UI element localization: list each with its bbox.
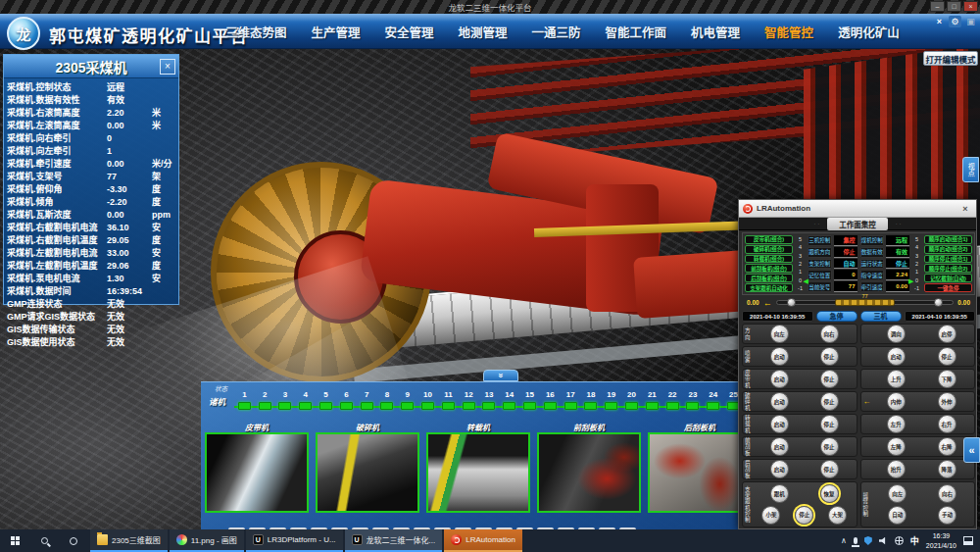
nav-menu-item[interactable]: 透明化矿山 [838,23,900,41]
taskbar-app[interactable]: LRAutomation [444,529,522,552]
taskbar-app[interactable]: LR3DPlatform - U... [246,529,343,552]
round-control-button[interactable]: 跟机 [770,484,789,503]
minimize-button[interactable]: – [930,1,945,12]
round-control-button[interactable]: 上升 [887,370,906,388]
camera-feed[interactable]: 皮带机 [205,422,309,516]
panel-collapse-handle[interactable]: « [963,437,980,463]
camera-thumbnail[interactable] [426,432,530,513]
camera-feed[interactable]: 后刮板机 [648,422,742,516]
round-control-button[interactable]: 下降 [938,370,956,388]
round-control-button[interactable]: 手动 [938,506,956,525]
nav-menu-item[interactable]: 智能管控 [764,23,813,41]
camera-feed[interactable]: 破碎机 [316,422,419,516]
tools-icon[interactable]: × [933,16,946,27]
round-control-button[interactable]: 内伸 [887,392,906,411]
position-slider[interactable]: 77 [776,300,955,305]
blue-button-left[interactable]: 急停 [816,311,858,322]
round-control-button[interactable]: 停止 [820,415,839,433]
camera-thumbnail[interactable] [316,432,419,513]
round-control-button[interactable]: 停止 [795,506,813,525]
camera-feed[interactable]: 前刮板机 [537,422,641,516]
round-control-button[interactable]: 启动 [770,347,789,366]
round-control-button[interactable]: 大架 [828,506,847,525]
round-control-button[interactable]: 停止 [820,370,839,388]
round-control-button[interactable]: 抬升 [887,460,906,478]
ime-indicator[interactable]: 中 [910,534,919,547]
round-control-button[interactable]: 外伸 [938,392,956,411]
tab-workface-control[interactable]: 工作面集控 [827,218,888,230]
slider-knob-left[interactable] [787,298,796,307]
emergency-stop-button[interactable]: 一键急停 [924,283,972,292]
round-control-button[interactable]: 启动 [770,437,789,456]
combo-button[interactable]: 转载机(组合) [745,255,793,264]
sequence-button[interactable]: 顺序停止(组合2) [924,264,972,273]
nav-menu-item[interactable]: 三维态势图 [225,23,287,41]
round-control-button[interactable]: 小架 [761,506,780,525]
sequence-button[interactable]: 记忆截割(自动) [924,274,972,282]
round-control-button[interactable]: 启动 [770,392,789,411]
task-view-button[interactable] [59,529,88,552]
round-control-button[interactable]: 停止 [820,347,839,366]
clock[interactable]: 16:39 2021/4/10 [926,531,956,549]
network-icon[interactable] [895,536,904,545]
start-button[interactable] [0,529,29,552]
round-control-button[interactable]: 自动 [888,506,906,525]
nav-menu-item[interactable]: 生产管理 [312,23,361,41]
round-control-button[interactable]: 向左 [888,484,906,503]
round-control-button[interactable]: 调向 [887,325,906,343]
search-button[interactable] [29,529,59,552]
combo-button[interactable]: 破碎机(组合) [745,245,793,254]
blue-button-right[interactable]: 三机 [860,311,902,322]
nav-menu-item[interactable]: 机电管理 [691,23,740,41]
combo-button[interactable]: 皮带机(组合) [745,235,793,244]
viewpoint-tab[interactable]: 视点 [962,157,979,182]
combo-button[interactable]: 前刮板机(组合) [745,264,793,273]
taskbar-app[interactable]: 11.png - 画图 [170,529,244,552]
round-control-button[interactable]: 恢复 [820,484,839,503]
tray-expand-icon[interactable]: ∧ [841,536,847,545]
chevron-down-icon[interactable]: » [483,370,518,381]
round-control-button[interactable]: 停止 [938,347,956,366]
round-control-button[interactable]: 停止 [820,437,839,456]
camera-thumbnail[interactable] [648,432,742,513]
round-control-button[interactable]: 启停 [938,325,956,343]
round-control-button[interactable]: 左降 [887,437,906,456]
round-control-button[interactable]: 启动 [770,415,789,433]
security-shield-icon[interactable] [864,536,872,545]
round-control-button[interactable]: 左升 [887,415,906,433]
notification-icon[interactable] [963,536,973,545]
open-edit-mode-button[interactable]: 打开编辑模式 [923,51,978,66]
taskbar-app[interactable]: 龙软二三维一体化... [345,529,443,552]
speaker-icon[interactable] [879,536,888,545]
nav-menu-item[interactable]: 地测管理 [459,23,508,41]
close-button[interactable]: × [963,1,978,12]
camera-thumbnail[interactable] [205,432,309,513]
sequence-button[interactable]: 顺序停止(组合1) [924,255,972,264]
nav-menu-item[interactable]: 智能工作面 [606,23,667,41]
window-mode-icon[interactable]: ▣ [964,16,977,27]
round-control-button[interactable]: 向左 [770,325,789,343]
round-control-button[interactable]: 启动 [770,370,789,388]
nav-menu-item[interactable]: 一通三防 [532,23,581,41]
round-control-button[interactable]: 停止 [820,392,839,411]
camera-feed[interactable]: 转载机 [426,422,530,516]
round-control-button[interactable]: 停止 [820,460,839,478]
nav-menu-item[interactable]: 安全管理 [385,23,434,41]
round-control-button[interactable]: 启动 [887,347,906,366]
camera-thumbnail[interactable] [537,432,641,513]
taskbar-app[interactable]: 2305三维截图 [90,529,168,552]
round-control-button[interactable]: 右升 [938,415,956,433]
slider-knob-right[interactable] [934,298,943,307]
sequence-button[interactable]: 顺序启动(组合1) [924,235,972,244]
combo-button[interactable]: 支架跟机自动化 [745,283,793,292]
round-control-button[interactable]: 启动 [770,460,789,478]
maximize-button[interactable]: □ [947,1,961,12]
close-icon[interactable]: × [160,59,175,75]
combo-button[interactable]: 后刮板机(组合) [745,274,793,282]
sequence-button[interactable]: 顺序启动(组合2) [924,245,972,254]
microphone-icon[interactable] [854,537,858,544]
lr-close-icon[interactable]: × [958,204,972,214]
round-control-button[interactable]: 降落 [938,460,956,478]
round-control-button[interactable]: 向右 [938,484,956,503]
round-control-button[interactable]: 右降 [938,437,956,456]
